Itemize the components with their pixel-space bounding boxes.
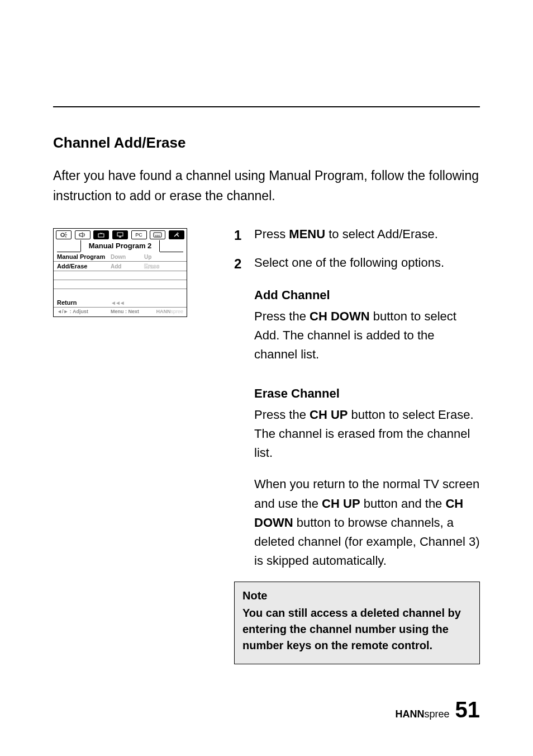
erase-channel-block: Erase Channel Press the CH UP button to … <box>254 384 480 570</box>
svg-line-14 <box>177 234 179 237</box>
text: button and the <box>360 497 446 511</box>
tools-icon <box>169 230 184 239</box>
osd-row-manual-program: Manual Program Down Up <box>54 252 187 262</box>
osd-foot-adjust: ◄/► : Adjust <box>57 309 111 314</box>
note-box: Note You can still access a deleted chan… <box>234 582 480 664</box>
osd-title: Manual Program 2 <box>80 240 160 252</box>
osd-box: PC ccc Manual Program 2 <box>53 228 187 317</box>
pc-icon: PC <box>131 230 147 239</box>
step-body: Press MENU to select Add/Erase. <box>254 225 480 245</box>
divider-top <box>53 106 480 107</box>
step-text-pre: Press <box>254 227 289 241</box>
page-footer: HANNspree 51 <box>395 697 480 722</box>
right-column: 1 Press MENU to select Add/Erase. 2 Sele… <box>226 225 480 664</box>
osd-row-value-erase: Erase <box>144 263 178 270</box>
text-bold: CH UP <box>310 408 348 422</box>
text-bold: CH DOWN <box>310 309 370 323</box>
step-number: 2 <box>234 253 254 274</box>
footer-brand: HANNspree <box>395 708 449 720</box>
sound-icon <box>75 230 91 239</box>
step-text-post: Select one of the following options. <box>254 256 444 270</box>
content: Channel Add/Erase After you have found a… <box>53 134 480 664</box>
footer-brand-2: spree <box>424 708 449 720</box>
osd-row-blank <box>54 271 187 280</box>
osd-foot-menu: Menu : Next <box>111 309 155 314</box>
left-column: PC ccc Manual Program 2 <box>53 225 226 317</box>
osd-row-blank <box>54 289 187 298</box>
svg-text:ccc: ccc <box>155 234 160 237</box>
text: Press the <box>254 309 310 323</box>
osd-return-label: Return <box>57 299 111 306</box>
erase-channel-heading: Erase Channel <box>254 384 480 403</box>
add-channel-heading: Add Channel <box>254 286 480 305</box>
step-number: 1 <box>234 225 254 245</box>
osd-row-label: Manual Program <box>57 253 111 260</box>
step-body: Select one of the following options. <box>254 253 480 274</box>
osd-foot-brand: HANNspree <box>155 309 183 314</box>
page-number: 51 <box>455 697 480 722</box>
step-1: 1 Press MENU to select Add/Erase. <box>234 225 480 245</box>
osd-row-label: Add/Erase <box>57 263 111 270</box>
svg-marker-4 <box>79 233 83 237</box>
cc-icon: ccc <box>150 230 165 239</box>
note-title: Note <box>242 588 472 604</box>
svg-rect-8 <box>117 233 123 236</box>
osd-brand-1: HANN <box>156 309 170 314</box>
osd-footer: ◄/► : Adjust Menu : Next HANNspree <box>54 307 187 316</box>
section-title: Channel Add/Erase <box>53 134 480 152</box>
osd-row-value-down: Down <box>111 254 144 260</box>
osd-row-value-up: Up <box>144 254 178 260</box>
step-text-bold: MENU <box>289 227 325 241</box>
intro-paragraph: After you have found a channel using Man… <box>53 166 480 206</box>
step-list: 1 Press MENU to select Add/Erase. 2 Sele… <box>234 225 480 274</box>
add-channel-paragraph: Press the CH DOWN button to select Add. … <box>254 307 480 364</box>
osd-row-return: Return ◄◄◄ <box>54 298 187 307</box>
text-bold: CH UP <box>322 497 360 511</box>
add-channel-block: Add Channel Press the CH DOWN button to … <box>254 286 480 364</box>
step-text-post: to select Add/Erase. <box>325 227 438 241</box>
erase-channel-paragraph-2: When you return to the normal TV screen … <box>254 475 480 570</box>
osd-title-wrap: Manual Program 2 <box>57 240 183 252</box>
osd-return-arrows: ◄◄◄ <box>111 300 124 306</box>
text: Press the <box>254 408 310 422</box>
osd-brand-2: spree <box>170 309 183 314</box>
osd-row-value-add: Add <box>111 263 144 270</box>
osd-icon-row: PC ccc <box>54 229 187 240</box>
svg-line-2 <box>65 233 66 233</box>
note-body: You can still access a deleted channel b… <box>242 605 472 654</box>
osd-row-add-erase: Add/Erase Add Erase <box>54 262 187 271</box>
brightness-icon <box>56 230 72 239</box>
two-column: PC ccc Manual Program 2 <box>53 225 480 664</box>
tv-icon <box>93 230 109 239</box>
step-2: 2 Select one of the following options. <box>234 253 480 274</box>
svg-point-0 <box>61 233 64 237</box>
svg-point-13 <box>177 233 178 234</box>
footer-brand-1: HANN <box>395 708 424 720</box>
svg-rect-5 <box>98 234 104 237</box>
monitor-icon <box>112 230 128 239</box>
svg-rect-9 <box>119 237 121 238</box>
osd-row-blank <box>54 280 187 289</box>
svg-line-3 <box>65 237 66 237</box>
erase-channel-paragraph-1: Press the CH UP button to select Erase. … <box>254 405 480 462</box>
page: Channel Add/Erase After you have found a… <box>0 0 533 756</box>
